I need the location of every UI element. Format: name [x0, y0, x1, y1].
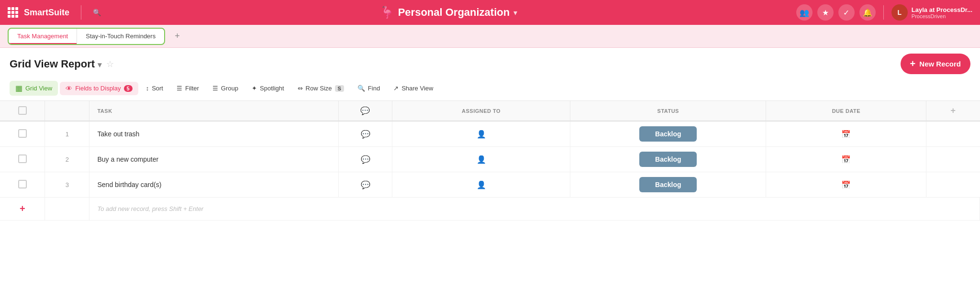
eye-icon: 👁: [66, 85, 72, 92]
col-add[interactable]: +: [926, 101, 980, 121]
nav-right: 👥 ★ ✓ 🔔 L Layla at ProcessDr... ProcessD…: [796, 4, 972, 21]
logo-icon: 🦩: [380, 6, 394, 19]
tabs-container: Task Management Stay-in-Touch Reminders: [8, 28, 165, 45]
table-header-row: TASK 💬 ASSIGNED TO STATUS DUE DATE +: [0, 101, 980, 121]
row-2-comment-icon: 💬: [361, 155, 370, 164]
bell-icon-btn[interactable]: 🔔: [859, 4, 876, 21]
filter-label: Filter: [185, 85, 199, 92]
col-due-label: DUE DATE: [832, 108, 860, 114]
page-header: Grid View Report ▾ ☆ + New Record: [0, 48, 980, 78]
spotlight-label: Spotlight: [260, 85, 284, 92]
tab-stay-in-touch-label: Stay-in-Touch Reminders: [86, 33, 156, 40]
row-2-due[interactable]: 📅: [766, 147, 926, 172]
sort-icon: ↕: [146, 85, 149, 92]
row-1-calendar-icon: 📅: [841, 130, 851, 138]
tab-stay-in-touch[interactable]: Stay-in-Touch Reminders: [77, 29, 164, 44]
fields-to-display-button[interactable]: 👁 Fields to Display 5: [60, 82, 138, 95]
row-3-assigned[interactable]: 👤: [392, 172, 570, 198]
row-1-assigned[interactable]: 👤: [392, 121, 570, 147]
add-column-icon[interactable]: +: [950, 106, 956, 115]
row-2-task[interactable]: Buy a new computer: [89, 147, 339, 172]
people-icon-btn[interactable]: 👥: [796, 4, 813, 21]
row-1-due[interactable]: 📅: [766, 121, 926, 147]
avatar-initials: L: [898, 9, 902, 16]
row-2-assigned[interactable]: 👤: [392, 147, 570, 172]
apps-icon[interactable]: [8, 7, 18, 18]
row-2-person-icon: 👤: [477, 155, 486, 164]
row-size-value: S: [335, 85, 344, 92]
fields-label: Fields to Display: [75, 85, 121, 92]
share-view-button[interactable]: ↗ Share View: [388, 82, 439, 95]
row-1-comment-icon: 💬: [361, 130, 370, 138]
new-record-plus-icon: +: [910, 58, 916, 69]
spotlight-button[interactable]: ✦ Spotlight: [246, 82, 290, 95]
row-3-checkbox-cell[interactable]: [0, 172, 45, 198]
row-size-button[interactable]: ⇔ Row Size S: [292, 82, 350, 95]
find-button[interactable]: 🔍 Find: [352, 82, 386, 95]
nav-center: 🦩 Personal Organization ▾: [101, 6, 796, 19]
star-icon-btn[interactable]: ★: [817, 4, 834, 21]
user-info[interactable]: L Layla at ProcessDr... ProcessDriven: [891, 4, 972, 21]
col-status-label: STATUS: [657, 108, 679, 114]
row-3-num: 3: [45, 172, 89, 198]
group-button[interactable]: ☰ Group: [207, 82, 244, 95]
toolbar: ▦ Grid View 👁 Fields to Display 5 ↕ Sort…: [0, 78, 980, 100]
row-3-status[interactable]: Backlog: [570, 172, 766, 198]
row-1-checkbox-cell[interactable]: [0, 121, 45, 147]
row-1-comment[interactable]: 💬: [339, 121, 392, 147]
row-3-comment-icon: 💬: [361, 181, 370, 189]
top-nav: SmartSuite 🔍 🦩 Personal Organization ▾ 👥…: [0, 0, 980, 25]
table-wrapper: TASK 💬 ASSIGNED TO STATUS DUE DATE +: [0, 100, 980, 221]
filter-icon: ☰: [177, 85, 182, 92]
share-icon: ↗: [393, 85, 399, 92]
grid-view-button[interactable]: ▦ Grid View: [10, 81, 58, 96]
row-3-checkbox[interactable]: [18, 180, 27, 188]
nav-left: SmartSuite 🔍: [8, 5, 101, 20]
row-2-checkbox[interactable]: [18, 155, 27, 163]
search-area[interactable]: 🔍: [93, 9, 101, 16]
table-row: 2 Buy a new computer 💬 👤 Backlog 📅: [0, 147, 980, 172]
add-record-row: + To add new record, press Shift + Enter: [0, 198, 980, 221]
add-record-num-spacer: [45, 198, 89, 221]
select-all-checkbox[interactable]: [18, 106, 27, 115]
row-2-add: [926, 147, 980, 172]
add-record-plus-cell[interactable]: +: [0, 198, 45, 221]
row-1-checkbox[interactable]: [18, 129, 27, 138]
col-comment: 💬: [339, 101, 392, 121]
check-icon-btn[interactable]: ✓: [838, 4, 855, 21]
row-2-status-badge: Backlog: [639, 152, 697, 167]
row-3-due[interactable]: 📅: [766, 172, 926, 198]
tab-add-button[interactable]: +: [169, 31, 186, 41]
sort-label: Sort: [152, 85, 163, 92]
tab-task-management[interactable]: Task Management: [9, 29, 77, 44]
col-status: STATUS: [570, 101, 766, 121]
row-2-comment[interactable]: 💬: [339, 147, 392, 172]
row-1-status[interactable]: Backlog: [570, 121, 766, 147]
row-1-person-icon: 👤: [477, 130, 486, 138]
grid-view-label: Grid View: [25, 85, 52, 92]
row-1-task[interactable]: Take out trash: [89, 121, 339, 147]
new-record-button[interactable]: + New Record: [901, 54, 970, 74]
add-record-hint-text: To add new record, press Shift + Enter: [97, 205, 203, 212]
row-3-person-icon: 👤: [477, 181, 486, 189]
nav-divider: [81, 5, 81, 20]
share-label: Share View: [401, 85, 433, 92]
fields-badge: 5: [124, 85, 133, 92]
row-3-calendar-icon: 📅: [841, 181, 851, 189]
title-caret-icon[interactable]: ▾: [98, 61, 101, 69]
row-2-status[interactable]: Backlog: [570, 147, 766, 172]
comment-header-icon: 💬: [360, 107, 370, 115]
row-2-checkbox-cell[interactable]: [0, 147, 45, 172]
row-3-task[interactable]: Send birthday card(s): [89, 172, 339, 198]
row-size-label: Row Size: [306, 85, 332, 92]
row-3-comment[interactable]: 💬: [339, 172, 392, 198]
tab-task-management-label: Task Management: [17, 33, 68, 40]
table-row: 1 Take out trash 💬 👤 Backlog 📅: [0, 121, 980, 147]
filter-button[interactable]: ☰ Filter: [171, 82, 205, 95]
org-caret-icon[interactable]: ▾: [513, 8, 517, 17]
user-name: Layla at ProcessDr...: [912, 6, 972, 13]
row-3-add: [926, 172, 980, 198]
favorite-star-icon[interactable]: ☆: [106, 59, 114, 69]
sort-button[interactable]: ↕ Sort: [140, 82, 169, 95]
row-size-icon: ⇔: [298, 85, 303, 92]
